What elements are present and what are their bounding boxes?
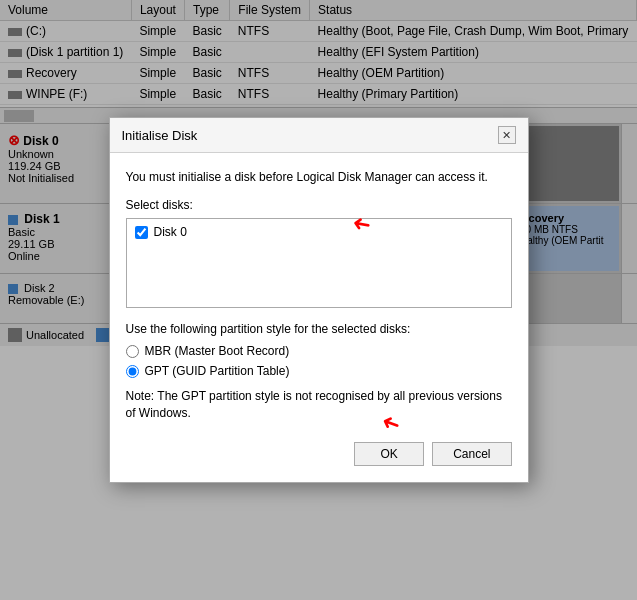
modal-titlebar: Initialise Disk ✕ <box>110 118 528 153</box>
mbr-option[interactable]: MBR (Master Boot Record) <box>126 344 512 358</box>
disk0-item[interactable]: Disk 0 <box>131 223 507 241</box>
modal-body: You must initialise a disk before Logica… <box>110 153 528 481</box>
modal-description: You must initialise a disk before Logica… <box>126 169 512 186</box>
select-disks-label: Select disks: <box>126 198 512 212</box>
modal-overlay: Initialise Disk ✕ You must initialise a … <box>0 0 637 600</box>
mbr-radio[interactable] <box>126 345 139 358</box>
cancel-button[interactable]: Cancel <box>432 442 511 466</box>
modal-title: Initialise Disk <box>122 128 198 143</box>
close-button[interactable]: ✕ <box>498 126 516 144</box>
main-window: Volume Layout Type File System Status (C… <box>0 0 637 600</box>
ok-button[interactable]: OK <box>354 442 424 466</box>
disk0-checkbox-label: Disk 0 <box>154 225 187 239</box>
red-arrow-annotation: ➜ <box>350 210 372 239</box>
note-text: Note: The GPT partition style is not rec… <box>126 388 512 422</box>
gpt-option[interactable]: GPT (GUID Partition Table) <box>126 364 512 378</box>
disk-list-box[interactable]: Disk 0 ➜ <box>126 218 512 308</box>
modal-buttons: ➜ OK Cancel <box>126 438 512 466</box>
partition-style-label: Use the following partition style for th… <box>126 322 512 336</box>
initialise-disk-dialog: Initialise Disk ✕ You must initialise a … <box>109 117 529 482</box>
disk0-checkbox[interactable] <box>135 226 148 239</box>
mbr-label: MBR (Master Boot Record) <box>145 344 290 358</box>
gpt-radio[interactable] <box>126 365 139 378</box>
gpt-label: GPT (GUID Partition Table) <box>145 364 290 378</box>
